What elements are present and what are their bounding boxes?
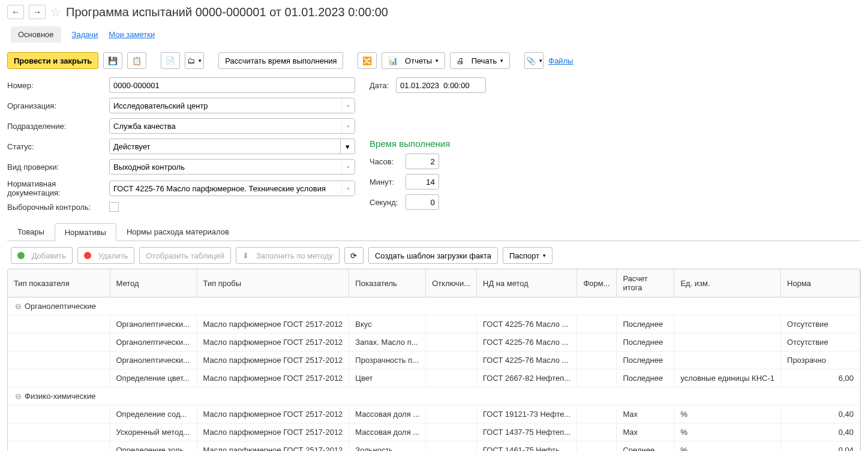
refresh-button[interactable]: ⟳ [344, 247, 364, 264]
check-type-open-button[interactable]: ▫ [341, 160, 355, 174]
paperclip-icon: 📎 [526, 56, 536, 65]
col-disabled[interactable]: Отключи... [426, 269, 477, 297]
tab-main[interactable]: Основное [11, 26, 61, 43]
based-on-button[interactable]: 🗂▾ [185, 52, 204, 69]
normatives-grid[interactable]: Тип показателя Метод Тип пробы Показател… [7, 269, 861, 451]
chevron-down-icon: ▾ [500, 58, 503, 64]
table-toolbar: Добавить Удалить Отобразить таблицей ⬇ З… [7, 247, 861, 264]
refresh-icon: ⟳ [350, 251, 357, 260]
status-label: Статус: [7, 142, 109, 151]
check-type-label: Вид проверки: [7, 163, 109, 172]
add-row-button[interactable]: Добавить [11, 247, 73, 264]
delete-row-button[interactable]: Удалить [77, 247, 134, 264]
report-icon: 📊 [388, 56, 398, 65]
reports-button[interactable]: 📊 Отчеты▾ [382, 52, 445, 69]
save-button[interactable]: 💾 [103, 52, 122, 69]
table-row[interactable]: Органолептически...Масло парфюмерное ГОС… [8, 351, 860, 369]
col-unit[interactable]: Ед. изм. [674, 269, 781, 297]
add-icon [17, 252, 25, 259]
col-norm[interactable]: Норма [781, 269, 860, 297]
selective-label: Выборочный контроль: [7, 203, 109, 212]
table-row[interactable]: Ускоренный метод...Масло парфюмерное ГОС… [8, 423, 860, 441]
attach-button[interactable]: 📎▾ [524, 52, 543, 69]
structure-icon: 🔀 [362, 56, 372, 65]
passport-button[interactable]: Паспорт▾ [503, 247, 552, 264]
org-field[interactable] [109, 98, 355, 113]
tab-goods[interactable]: Товары [7, 223, 55, 240]
selective-checkbox[interactable] [109, 202, 119, 212]
org-label: Организация: [7, 101, 109, 110]
norm-doc-open-button[interactable]: ▫ [341, 181, 355, 196]
col-formula[interactable]: Форм... [577, 269, 617, 297]
chevron-down-icon: ▾ [539, 58, 542, 64]
page-title: Программа испытаний 0000-000001 от 01.01… [66, 5, 388, 19]
delete-icon [84, 252, 91, 259]
post-and-close-button[interactable]: Провести и закрыть [7, 52, 98, 69]
time-heading: Время выполнения [370, 139, 486, 149]
forward-button[interactable]: → [29, 5, 46, 19]
save-icon: 💾 [108, 56, 118, 65]
chevron-down-icon: ▾ [543, 252, 546, 258]
copy-icon: 📄 [166, 56, 175, 65]
print-button[interactable]: 🖨 Печать▾ [450, 52, 510, 69]
show-table-button[interactable]: Отобразить таблицей [139, 247, 231, 264]
minutes-field[interactable] [406, 174, 439, 190]
col-sample[interactable]: Тип пробы [197, 269, 349, 297]
dept-field[interactable] [109, 118, 355, 134]
status-field[interactable] [109, 139, 341, 154]
status-dropdown-button[interactable]: ▾ [341, 139, 355, 154]
collapse-icon[interactable]: ⊖ [15, 302, 22, 311]
group-row[interactable]: ⊖Органолептические [8, 297, 860, 315]
table-row[interactable]: Определение сод...Масло парфюмерное ГОСТ… [8, 405, 860, 423]
create-template-button[interactable]: Создать шаблон загрузки факта [368, 247, 498, 264]
check-type-field[interactable] [109, 159, 355, 175]
dept-open-button[interactable]: ▫ [341, 119, 355, 133]
table-row[interactable]: Органолептически...Масло парфюмерное ГОС… [8, 315, 860, 333]
table-row[interactable]: Определение золь...Масло парфюмерное ГОС… [8, 441, 860, 452]
minutes-label: Минут: [370, 178, 406, 187]
table-row[interactable]: Определение цвет...Масло парфюмерное ГОС… [8, 369, 860, 387]
top-tabs: Основное Задачи Мои заметки [7, 26, 861, 43]
calculate-time-button[interactable]: Рассчитать время выполнения [218, 52, 343, 69]
col-type[interactable]: Тип показателя [8, 269, 110, 297]
col-nd[interactable]: НД на метод [477, 269, 577, 297]
col-method[interactable]: Метод [110, 269, 197, 297]
fill-by-method-button[interactable]: ⬇ Заполнить по методу [236, 247, 340, 264]
col-indicator[interactable]: Показатель [349, 269, 426, 297]
chevron-down-icon: ▾ [435, 58, 438, 64]
files-link[interactable]: Файлы [548, 56, 573, 65]
org-open-button[interactable]: ▫ [341, 98, 355, 113]
copy-button[interactable]: 📄 [161, 52, 180, 69]
tab-notes[interactable]: Мои заметки [109, 26, 155, 43]
number-field[interactable] [109, 77, 355, 93]
date-field[interactable] [396, 77, 486, 93]
number-label: Номер: [7, 81, 109, 90]
dept-label: Подразделение: [7, 122, 109, 131]
main-toolbar: Провести и закрыть 💾 📋 📄 🗂▾ Рассчитать в… [7, 52, 861, 69]
norm-doc-field[interactable] [109, 181, 355, 196]
post-button[interactable]: 📋 [127, 52, 146, 69]
seconds-field[interactable] [406, 194, 439, 210]
tab-norms[interactable]: Нормативы [55, 223, 116, 241]
print-icon: 🖨 [456, 56, 464, 65]
col-calc[interactable]: Расчет итога [617, 269, 674, 297]
collapse-icon[interactable]: ⊖ [15, 392, 22, 401]
sub-tabs: Товары Нормативы Нормы расхода материало… [7, 223, 861, 241]
fill-icon: ⬇ [242, 251, 249, 260]
chevron-down-icon: ▾ [199, 58, 202, 64]
table-row[interactable]: Органолептически...Масло парфюмерное ГОС… [8, 333, 860, 351]
norm-doc-label: Нормативная документация: [7, 179, 109, 197]
table-header-row: Тип показателя Метод Тип пробы Показател… [8, 269, 860, 297]
date-label: Дата: [370, 81, 396, 90]
structure-button[interactable]: 🔀 [358, 52, 377, 69]
seconds-label: Секунд: [370, 198, 406, 207]
hours-field[interactable] [406, 154, 439, 169]
hours-label: Часов: [370, 157, 406, 166]
tab-materials[interactable]: Нормы расхода материалов [116, 223, 239, 240]
post-icon: 📋 [132, 56, 142, 65]
back-button[interactable]: ← [7, 5, 24, 19]
tab-tasks[interactable]: Задачи [72, 26, 98, 43]
group-row[interactable]: ⊖Физико-химические [8, 387, 860, 405]
based-on-icon: 🗂 [187, 56, 195, 65]
favorite-star-icon[interactable]: ☆ [50, 5, 61, 19]
